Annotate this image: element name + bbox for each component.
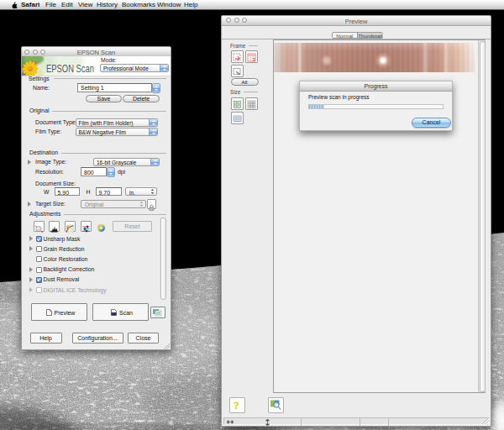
svg-text:?: ? (234, 399, 239, 412)
svg-text:EPSON Scan: EPSON Scan (46, 62, 94, 75)
